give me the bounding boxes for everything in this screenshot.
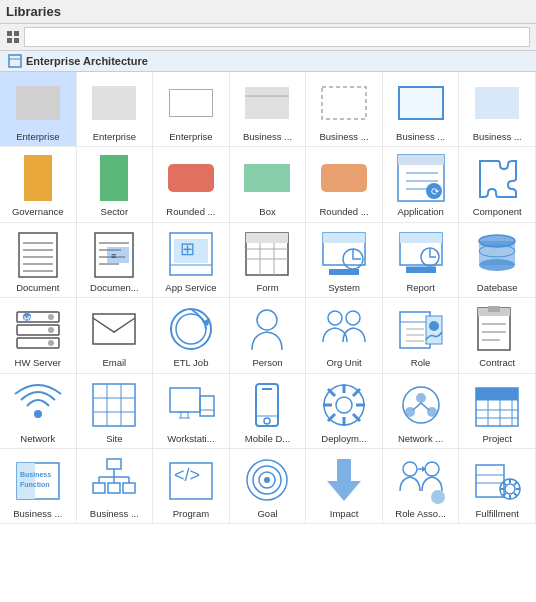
svg-point-150 <box>425 462 439 476</box>
list-item[interactable]: Business Function Business ... <box>0 449 77 524</box>
list-item[interactable]: Governance <box>0 147 77 222</box>
list-item[interactable]: Deploym... <box>306 374 383 449</box>
svg-line-165 <box>514 482 517 485</box>
svg-rect-68 <box>93 314 135 344</box>
header-title: Libraries <box>6 4 61 19</box>
list-item[interactable]: Mobile D... <box>230 374 307 449</box>
svg-rect-23 <box>19 233 57 277</box>
svg-rect-1 <box>14 31 19 36</box>
list-item[interactable]: Person <box>230 298 307 373</box>
list-item[interactable]: Sector <box>77 147 154 222</box>
svg-rect-4 <box>9 55 21 67</box>
svg-rect-47 <box>323 233 365 243</box>
section-icon <box>8 54 22 68</box>
svg-rect-11 <box>24 155 52 201</box>
svg-point-80 <box>429 321 439 331</box>
list-item[interactable]: Network <box>0 374 77 449</box>
svg-rect-93 <box>170 388 200 412</box>
svg-rect-10 <box>475 87 519 119</box>
list-item[interactable]: Form <box>230 223 307 298</box>
list-item[interactable]: Fulfillment <box>459 449 536 524</box>
svg-point-114 <box>403 387 439 423</box>
svg-marker-148 <box>327 481 361 501</box>
list-item[interactable]: ⊞ App Service <box>153 223 230 298</box>
svg-rect-6 <box>245 87 289 119</box>
list-item[interactable]: Rounded ... <box>153 147 230 222</box>
list-item[interactable]: Role Asso... <box>383 449 460 524</box>
list-item[interactable]: </> Program <box>153 449 230 524</box>
svg-rect-121 <box>476 388 518 400</box>
list-item[interactable]: Impact <box>306 449 383 524</box>
svg-rect-3 <box>14 38 19 43</box>
list-item[interactable]: Rounded ... <box>306 147 383 222</box>
svg-line-164 <box>514 493 517 496</box>
list-item[interactable]: Box <box>230 147 307 222</box>
list-item[interactable]: Document <box>0 223 77 298</box>
svg-point-65 <box>48 340 54 346</box>
header: Libraries Enterprise Architecture <box>0 0 536 72</box>
svg-point-64 <box>48 327 54 333</box>
svg-point-57 <box>479 259 515 271</box>
list-item[interactable]: HW HW Server <box>0 298 77 373</box>
svg-rect-41 <box>246 233 288 243</box>
list-item[interactable]: Email <box>77 298 154 373</box>
svg-point-63 <box>48 314 54 320</box>
list-item[interactable]: Component <box>459 147 536 222</box>
list-item[interactable]: Workstati... <box>153 374 230 449</box>
list-item[interactable]: Goal <box>230 449 307 524</box>
list-item[interactable]: Project <box>459 374 536 449</box>
svg-point-72 <box>328 311 342 325</box>
list-item[interactable]: Report <box>383 223 460 298</box>
svg-rect-147 <box>337 459 351 481</box>
list-item[interactable]: ETL Job <box>153 298 230 373</box>
svg-rect-13 <box>168 164 214 192</box>
svg-rect-138 <box>93 483 105 493</box>
svg-rect-12 <box>100 155 128 201</box>
svg-rect-51 <box>400 233 442 243</box>
svg-rect-8 <box>322 87 366 119</box>
svg-text:HW: HW <box>24 315 36 322</box>
svg-rect-139 <box>108 483 120 493</box>
svg-point-153 <box>431 490 445 504</box>
svg-text:</>: </> <box>174 465 200 485</box>
svg-rect-15 <box>321 164 367 192</box>
section-title: Enterprise Architecture <box>26 55 148 67</box>
list-item[interactable]: Datebase <box>459 223 536 298</box>
svg-point-73 <box>346 311 360 325</box>
svg-rect-88 <box>93 384 135 426</box>
list-item[interactable]: Enterprise <box>153 72 230 147</box>
svg-rect-53 <box>406 267 436 273</box>
list-item[interactable]: Role <box>383 298 460 373</box>
svg-text:⊞: ⊞ <box>180 239 195 259</box>
list-item[interactable]: Business ... <box>383 72 460 147</box>
list-item[interactable]: Business ... <box>77 449 154 524</box>
svg-rect-9 <box>399 87 443 119</box>
list-item[interactable]: Org Unit <box>306 298 383 373</box>
svg-point-115 <box>416 393 426 403</box>
list-item[interactable]: ≡ Documen... <box>77 223 154 298</box>
svg-text:≡: ≡ <box>111 251 116 261</box>
list-item[interactable]: Business ... <box>230 72 307 147</box>
grid-icon[interactable] <box>6 30 20 44</box>
list-item[interactable]: Contract <box>459 298 536 373</box>
list-item[interactable]: Network ... <box>383 374 460 449</box>
svg-point-146 <box>264 477 270 483</box>
svg-point-158 <box>505 484 515 494</box>
svg-rect-2 <box>7 38 12 43</box>
svg-line-119 <box>421 403 429 410</box>
svg-point-71 <box>257 310 277 330</box>
list-item[interactable]: ⟳ Application <box>383 147 460 222</box>
search-input[interactable] <box>24 27 530 47</box>
svg-rect-100 <box>256 384 278 426</box>
list-item[interactable]: Site <box>77 374 154 449</box>
svg-text:Business: Business <box>20 471 51 478</box>
svg-rect-98 <box>200 396 214 416</box>
svg-point-87 <box>34 410 42 418</box>
list-item[interactable]: Enterprise <box>77 72 154 147</box>
list-item[interactable]: System <box>306 223 383 298</box>
svg-rect-17 <box>398 155 444 165</box>
list-item[interactable]: Business ... <box>459 72 536 147</box>
list-item[interactable]: Business ... <box>306 72 383 147</box>
list-item[interactable]: Enterprise <box>0 72 77 147</box>
svg-rect-14 <box>244 164 290 192</box>
